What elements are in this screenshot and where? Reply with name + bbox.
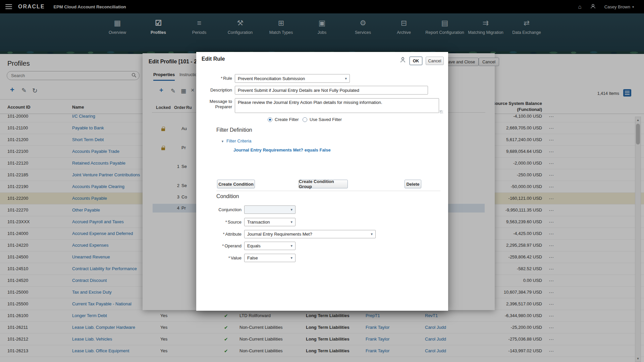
chevron-down-icon: ▾	[342, 76, 347, 81]
attribute-label: *Attribute	[198, 232, 241, 237]
edit-rule-title: Edit Rule	[202, 56, 225, 62]
filter-criteria-link[interactable]: Filter Criteria	[226, 138, 251, 143]
rule-select-value: Prevent Reconciliation Submission	[238, 76, 305, 81]
conjunction-select[interactable]: ▾	[244, 205, 296, 214]
chevron-down-icon: ▾	[368, 232, 373, 236]
attribute-value: Journal Entry Requirements Met?	[247, 232, 312, 237]
value-value: False	[247, 255, 258, 260]
message-label-line1: Message to	[196, 99, 232, 104]
chevron-down-icon: ▾	[288, 207, 292, 212]
criteria-condition-link[interactable]: Journal Entry Requirements Met? equals F…	[233, 147, 331, 153]
operand-value: Equals	[247, 243, 261, 248]
ok-button[interactable]: OK	[410, 57, 422, 65]
use-saved-filter-radio[interactable]: Use Saved Filter	[303, 117, 342, 122]
create-filter-radio[interactable]: Create Filter	[268, 117, 299, 122]
section-divider	[216, 191, 440, 191]
create-condition-group-button[interactable]: Create Condition Group	[299, 180, 348, 188]
delete-button[interactable]: Delete	[405, 180, 421, 188]
rule-select[interactable]: Prevent Reconciliation Submission ▾	[235, 74, 350, 83]
message-label-line2: Preparer	[196, 104, 232, 109]
operand-label: *Operand	[198, 243, 241, 248]
message-to-preparer-textarea[interactable]: Please review the Journal Entry Action P…	[235, 98, 439, 113]
assistant-icon[interactable]	[399, 57, 407, 64]
filter-definition-heading: Filter Definition	[216, 127, 252, 133]
radio-selected-icon	[268, 117, 272, 122]
description-input[interactable]	[235, 86, 428, 95]
conjunction-label: Conjunction	[198, 207, 241, 212]
source-select[interactable]: Transaction ▾	[244, 218, 296, 226]
description-label: Description	[196, 87, 232, 93]
chevron-down-icon: ▾	[288, 220, 292, 224]
value-select[interactable]: False ▾	[244, 254, 296, 262]
operand-select[interactable]: Equals ▾	[244, 242, 296, 250]
create-condition-button[interactable]: Create Condition	[217, 180, 255, 188]
textarea-resize-handle[interactable]	[440, 110, 443, 114]
radio-unselected-icon	[303, 117, 307, 122]
value-label: *Value	[198, 255, 241, 260]
chevron-down-icon: ▾	[288, 256, 292, 260]
source-label: *Source	[198, 220, 241, 225]
cancel-button[interactable]: Cancel	[426, 57, 444, 65]
condition-heading: Condition	[216, 193, 239, 199]
chevron-down-icon: ▾	[288, 244, 292, 248]
application-window: ORACLE EPM Cloud Account Reconciliation …	[0, 0, 644, 362]
collapse-triangle-icon[interactable]: ▼	[221, 140, 224, 143]
source-value: Transaction	[247, 220, 270, 225]
edit-rule-modal: Edit Rule OK Cancel *Rule Prevent Reconc…	[196, 52, 448, 311]
attribute-select[interactable]: Journal Entry Requirements Met? ▾	[244, 230, 376, 238]
rule-label: *Rule	[196, 76, 232, 81]
